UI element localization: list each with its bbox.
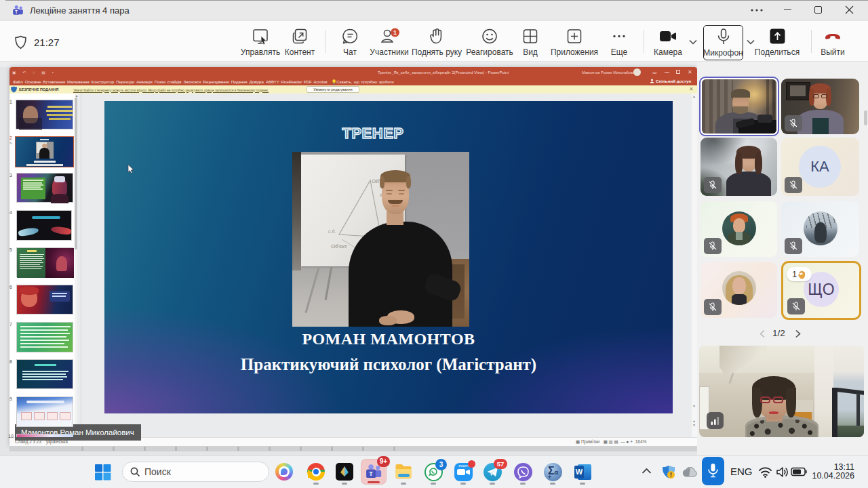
- svg-text:1: 1: [393, 29, 397, 36]
- svg-text:Об'єкт: Об'єкт: [331, 243, 347, 249]
- svg-text:T: T: [369, 470, 373, 477]
- svg-text:с.б.: с.б.: [328, 229, 336, 234]
- svg-text:T: T: [15, 9, 18, 14]
